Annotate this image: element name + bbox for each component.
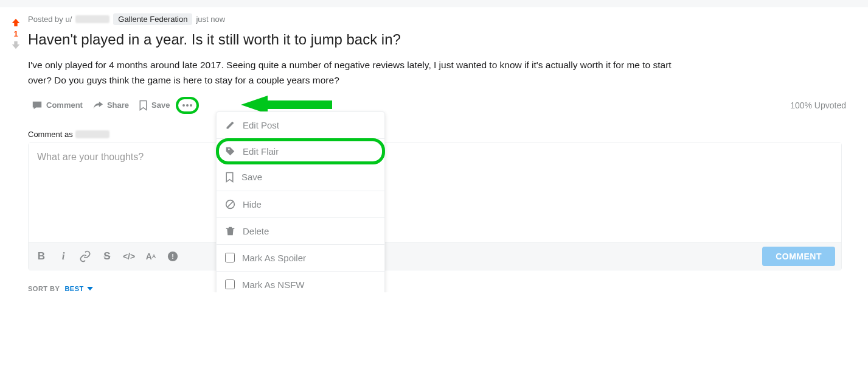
username-redacted: [75, 15, 109, 23]
spoiler-checkbox[interactable]: [225, 253, 235, 262]
menu-mark-spoiler[interactable]: Mark As Spoiler: [217, 245, 384, 272]
menu-edit-flair[interactable]: Edit Flair: [216, 138, 385, 164]
inline-code-icon[interactable]: </>: [122, 250, 136, 263]
upvoted-percentage: 100% Upvoted: [790, 100, 846, 110]
posted-by-prefix: Posted by u/: [28, 15, 72, 24]
more-options-button[interactable]: [176, 97, 199, 114]
post-options-dropdown: Edit Post Edit Flair Save Hide Delete: [216, 111, 385, 292]
sort-by-label: Sort By: [28, 285, 60, 292]
save-button[interactable]: Save: [135, 97, 173, 113]
strikethrough-icon[interactable]: S: [100, 250, 114, 263]
post-body: I've only played for 4 months around lat…: [28, 58, 697, 88]
username-redacted: [75, 130, 109, 138]
svg-point-2: [190, 104, 192, 107]
menu-save[interactable]: Save: [217, 164, 384, 191]
sort-dropdown[interactable]: Best: [64, 285, 92, 292]
chevron-down-icon: [87, 287, 93, 290]
comment-box: B i S </> AA ! to markdown Comment: [28, 143, 842, 270]
comment-textarea[interactable]: [29, 143, 841, 241]
spoiler-format-icon[interactable]: !: [166, 250, 179, 263]
bold-icon[interactable]: B: [35, 250, 48, 263]
menu-edit-post[interactable]: Edit Post: [217, 112, 384, 139]
svg-point-1: [186, 104, 189, 107]
svg-text:!: !: [172, 252, 174, 259]
post-time: just now: [196, 15, 225, 24]
downvote-button[interactable]: [10, 40, 22, 51]
share-button[interactable]: Share: [89, 97, 133, 113]
menu-delete[interactable]: Delete: [217, 218, 384, 245]
post-byline: Posted by u/ Gallente Federation just no…: [28, 13, 846, 25]
comment-submit-button[interactable]: Comment: [762, 247, 835, 266]
italic-icon[interactable]: i: [57, 250, 70, 263]
svg-line-6: [227, 202, 233, 207]
comment-as-label: Comment as: [28, 130, 846, 139]
upvote-button[interactable]: [10, 17, 22, 28]
vote-score: 1: [13, 29, 18, 38]
post-title: Haven't played in a year. Is it still wo…: [28, 31, 846, 48]
nsfw-checkbox[interactable]: [225, 280, 235, 289]
menu-hide[interactable]: Hide: [217, 191, 384, 218]
comment-button[interactable]: Comment: [28, 97, 86, 113]
annotation-arrow: [241, 94, 332, 114]
user-flair: Gallente Federation: [113, 13, 192, 25]
svg-point-0: [182, 104, 185, 107]
svg-rect-3: [265, 100, 332, 109]
menu-mark-nsfw[interactable]: Mark As NSFW: [217, 272, 384, 292]
superscript-icon[interactable]: AA: [144, 250, 158, 263]
link-icon[interactable]: [78, 250, 92, 263]
